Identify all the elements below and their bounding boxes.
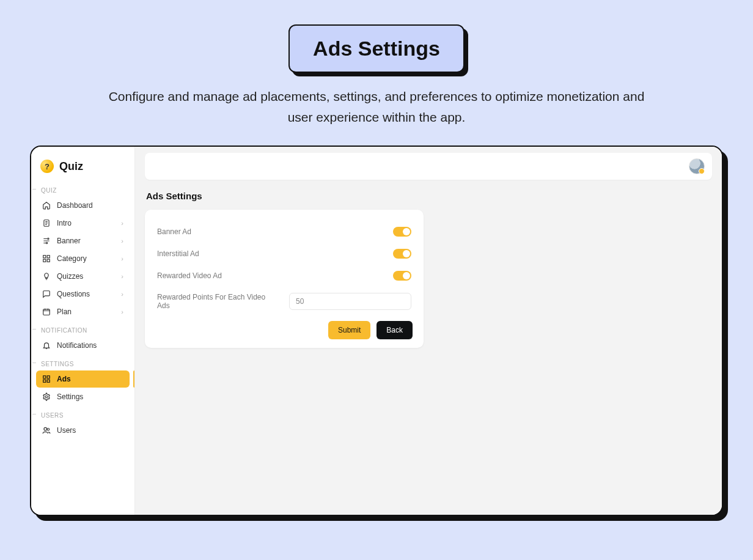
toggle-row-banner: Banner Ad (156, 221, 413, 243)
sidebar-item-settings[interactable]: Settings (36, 388, 130, 405)
svg-rect-11 (47, 380, 50, 382)
grid-icon (42, 375, 51, 383)
sidebar-item-label: Settings (57, 392, 83, 401)
svg-point-13 (44, 428, 47, 431)
svg-rect-4 (47, 256, 50, 258)
users-icon (42, 426, 51, 435)
svg-rect-3 (43, 256, 46, 258)
svg-rect-7 (43, 309, 50, 315)
sidebar-item-label: Ads (57, 375, 71, 383)
sidebar-item-label: Notifications (57, 341, 97, 350)
lightbulb-icon: ? (40, 160, 54, 173)
toggle-row-rewarded: Rewarded Video Ad (156, 265, 413, 287)
submit-button[interactable]: Submit (328, 321, 370, 339)
page-hero-title: Ads Settings (288, 24, 465, 73)
sidebar-section-settings: SETTINGS (35, 355, 131, 370)
chevron-right-icon: › (121, 219, 123, 227)
sidebar-item-plan[interactable]: Plan › (36, 303, 130, 320)
toggle-rewarded[interactable] (393, 271, 411, 281)
sidebar-item-ads[interactable]: Ads (36, 370, 130, 388)
topbar (145, 153, 712, 180)
sidebar: ? Quiz QUIZ Dashboard Intro › (31, 147, 135, 515)
sidebar-item-questions[interactable]: Questions › (36, 286, 130, 303)
toggle-label: Interstitial Ad (157, 249, 393, 258)
sidebar-section-users: USERS (35, 406, 131, 421)
grid-icon (42, 254, 51, 263)
bulb-icon (42, 272, 51, 281)
sidebar-section-quiz: QUIZ (35, 181, 131, 196)
doc-icon (42, 219, 51, 227)
sidebar-item-label: Questions (57, 290, 90, 298)
bell-icon (42, 341, 51, 350)
brand-icon: ? (39, 158, 56, 175)
svg-rect-5 (43, 259, 46, 262)
avatar[interactable] (689, 158, 705, 174)
points-label: Rewarded Points For Each Video Ads (157, 293, 279, 310)
chevron-right-icon: › (121, 290, 123, 298)
toggle-label: Rewarded Video Ad (157, 271, 393, 280)
svg-rect-10 (43, 380, 46, 382)
brand: ? Quiz (35, 154, 131, 181)
chat-icon (42, 290, 51, 298)
sidebar-section-notification: NOTIFICATION (35, 321, 131, 336)
svg-rect-6 (47, 259, 50, 262)
sidebar-item-label: Users (57, 426, 76, 435)
svg-point-14 (47, 429, 50, 431)
svg-rect-8 (43, 376, 46, 378)
points-input[interactable] (289, 293, 411, 310)
toggle-banner[interactable] (393, 227, 411, 237)
sidebar-item-users[interactable]: Users (36, 422, 130, 439)
page-title: Ads Settings (145, 180, 712, 210)
toggle-interstitial[interactable] (393, 249, 411, 259)
svg-rect-9 (47, 376, 50, 378)
sidebar-item-category[interactable]: Category › (36, 250, 130, 267)
sidebar-item-label: Plan (57, 308, 72, 316)
sidebar-item-label: Quizzes (57, 272, 83, 281)
sidebar-item-label: Dashboard (57, 201, 93, 210)
svg-point-12 (45, 396, 48, 398)
app-window: ? Quiz QUIZ Dashboard Intro › (30, 146, 723, 516)
brand-name: Quiz (59, 160, 83, 173)
toggle-row-interstitial: Interstitial Ad (156, 243, 413, 265)
sliders-icon (42, 237, 51, 245)
sidebar-item-quizzes[interactable]: Quizzes › (36, 268, 130, 285)
gear-icon (42, 392, 51, 401)
chevron-right-icon: › (121, 255, 123, 262)
page-hero-subtitle: Configure and manage ad placements, sett… (101, 86, 652, 127)
sidebar-item-label: Intro (57, 219, 72, 227)
toggle-label: Banner Ad (157, 227, 393, 236)
svg-point-1 (48, 238, 49, 240)
sidebar-item-banner[interactable]: Banner › (36, 232, 130, 249)
svg-point-2 (46, 243, 47, 244)
sidebar-item-label: Category (57, 254, 87, 263)
calendar-icon (42, 308, 51, 316)
ads-settings-card: Banner Ad Interstitial Ad Rewarded Video… (145, 210, 424, 348)
chevron-right-icon: › (121, 237, 123, 245)
back-button[interactable]: Back (376, 321, 413, 339)
chevron-right-icon: › (121, 308, 123, 315)
home-icon (42, 201, 51, 210)
sidebar-item-intro[interactable]: Intro › (36, 215, 130, 232)
points-row: Rewarded Points For Each Video Ads (156, 287, 413, 316)
sidebar-item-label: Banner (57, 237, 81, 245)
sidebar-item-notifications[interactable]: Notifications (36, 337, 130, 354)
sidebar-item-dashboard[interactable]: Dashboard (36, 197, 130, 214)
chevron-right-icon: › (121, 273, 123, 280)
main-area: Ads Settings Banner Ad Interstitial Ad R… (135, 147, 722, 515)
